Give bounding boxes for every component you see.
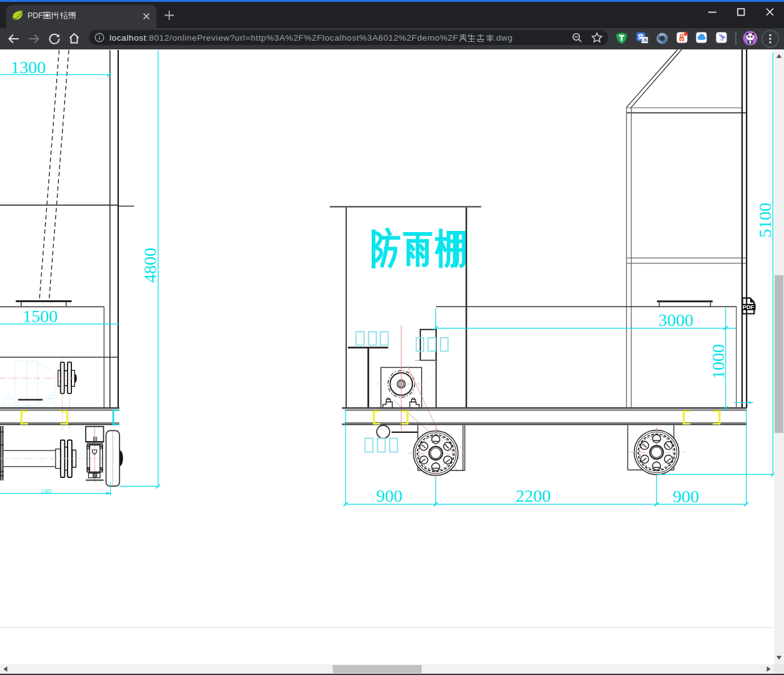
svg-text:4800: 4800 [140, 248, 160, 283]
svg-text:3000: 3000 [658, 310, 693, 330]
svg-text:1385: 1385 [41, 488, 52, 494]
svg-text:2200: 2200 [516, 486, 551, 505]
svg-text:1000: 1000 [708, 344, 728, 379]
svg-text:PDF: PDF [743, 304, 755, 310]
svg-text:900: 900 [673, 487, 699, 506]
svg-text:1300: 1300 [11, 58, 46, 77]
svg-text:900: 900 [376, 486, 402, 505]
svg-text:1500: 1500 [23, 307, 58, 326]
svg-text:5100: 5100 [755, 203, 775, 238]
